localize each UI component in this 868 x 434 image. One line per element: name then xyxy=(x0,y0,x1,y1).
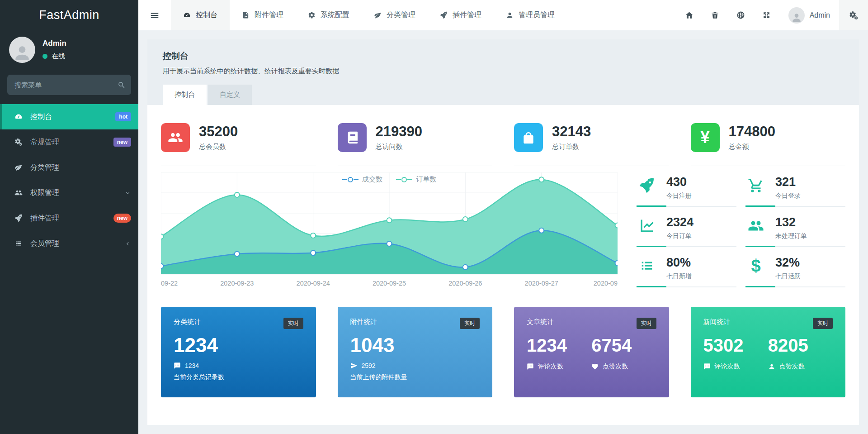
stat-value: 174800 xyxy=(729,124,775,139)
online-dot-icon xyxy=(42,54,47,59)
comment-icon xyxy=(527,363,534,370)
quick-stat-label: 七日活跃 xyxy=(775,272,801,281)
quick-stat-label: 七日新增 xyxy=(666,272,692,281)
legend-marker-icon xyxy=(342,177,359,182)
topnav-tab-dashboard[interactable]: 控制台 xyxy=(171,0,230,30)
tab-custom[interactable]: 自定义 xyxy=(208,85,252,105)
page-subtitle: 用于展示当前系统中的统计数据、统计报表及重要实时数据 xyxy=(163,67,844,76)
legend-label: 成交数 xyxy=(362,175,382,184)
card-value: 1043 xyxy=(350,334,480,356)
book-icon xyxy=(338,123,367,152)
sidebar: FastAdmin Admin 在线 控制台 hot xyxy=(0,0,138,434)
menu-search-input[interactable] xyxy=(7,75,131,95)
sidebar-item-label: 分类管理 xyxy=(30,163,59,172)
heart-icon xyxy=(591,363,599,370)
area-chart-canvas[interactable]: 09-222020-09-232020-09-242020-09-252020-… xyxy=(161,172,618,289)
divider xyxy=(745,206,845,207)
content-area: 控制台 用于展示当前系统中的统计数据、统计报表及重要实时数据 控制台 自定义 3… xyxy=(138,30,868,434)
chart-line-icon xyxy=(637,216,657,241)
language-icon xyxy=(736,11,745,19)
realtime-badge: 实时 xyxy=(460,318,480,329)
topnav-tab-category[interactable]: 分类管理 xyxy=(362,0,428,30)
quick-stat-label: 今日注册 xyxy=(666,192,692,200)
stat-total-visits: 219390 总访问数 xyxy=(338,118,493,166)
quick-stat-week-new: 80% 七日新增 xyxy=(637,253,736,293)
quick-stats: 430 今日注册 321 今日登录 xyxy=(637,172,845,293)
card-value: 8205 xyxy=(768,335,833,355)
realtime-badge: 实时 xyxy=(637,318,656,329)
comment-icon xyxy=(174,362,181,369)
home-icon xyxy=(685,11,693,19)
leaf-icon xyxy=(14,163,23,172)
sidebar-search xyxy=(7,75,131,95)
chart-legend: 成交数 订单数 xyxy=(161,175,618,184)
topnav-tab-config[interactable]: 系统配置 xyxy=(296,0,362,30)
settings-button[interactable] xyxy=(839,0,868,30)
stat-value: 35200 xyxy=(199,124,238,139)
sidebar-item-dashboard[interactable]: 控制台 hot xyxy=(0,104,138,129)
card-title: 分类统计 xyxy=(174,318,201,326)
quick-stat-pending-orders: 132 未处理订单 xyxy=(745,213,845,253)
topnav-tab-label: 分类管理 xyxy=(387,10,415,20)
shopping-bag-icon xyxy=(514,123,543,152)
page-header: 控制台 用于展示当前系统中的统计数据、统计报表及重要实时数据 控制台 自定义 xyxy=(147,39,859,105)
home-button[interactable] xyxy=(676,0,702,30)
tachometer-icon xyxy=(183,11,191,19)
quick-stat-week-active: $ 32% 七日活跃 xyxy=(745,253,845,293)
quick-stat-label: 未处理订单 xyxy=(775,232,807,240)
legend-item-deals[interactable]: 成交数 xyxy=(342,175,382,184)
sidebar-item-label: 常规管理 xyxy=(30,138,59,147)
sidebar-item-member[interactable]: 会员管理 xyxy=(0,231,138,256)
topnav-tab-label: 附件管理 xyxy=(255,10,283,20)
sidebar-item-addon[interactable]: 插件管理 new xyxy=(0,205,138,231)
search-icon[interactable] xyxy=(118,81,126,89)
quick-stat-value: 321 xyxy=(775,176,801,188)
card-meta-value: 1234 xyxy=(185,362,199,369)
divider xyxy=(745,286,845,287)
legend-item-orders[interactable]: 订单数 xyxy=(396,175,436,184)
realtime-badge: 实时 xyxy=(283,318,303,329)
trash-icon xyxy=(711,11,719,19)
clear-cache-button[interactable] xyxy=(702,0,728,30)
main-area: 控制台 附件管理 系统配置 分类管理 插件管理 xyxy=(138,0,868,434)
hot-badge: hot xyxy=(115,112,131,121)
divider xyxy=(745,246,845,247)
user-icon xyxy=(506,11,514,19)
language-button[interactable] xyxy=(728,0,754,30)
topnav-tab-label: 插件管理 xyxy=(453,10,481,20)
list-icon xyxy=(14,239,23,248)
topnav-tab-admin[interactable]: 管理员管理 xyxy=(494,0,567,30)
dollar-icon: $ xyxy=(745,257,766,281)
sidebar-item-general[interactable]: 常规管理 new xyxy=(0,129,138,155)
users-icon xyxy=(161,123,190,152)
user-status: 在线 xyxy=(42,52,66,61)
rocket-icon xyxy=(14,214,23,222)
sidebar-item-category[interactable]: 分类管理 xyxy=(0,155,138,180)
comment-icon xyxy=(703,363,711,370)
quick-stat-value: 132 xyxy=(775,216,807,229)
topnav-user-menu[interactable]: Admin xyxy=(779,0,839,30)
card-value: 1234 xyxy=(174,334,303,356)
card-title: 附件统计 xyxy=(350,318,377,326)
tab-dashboard[interactable]: 控制台 xyxy=(163,85,207,105)
quick-stat-value: 430 xyxy=(666,176,692,188)
card-title: 新闻统计 xyxy=(703,318,731,326)
divider xyxy=(637,206,736,207)
brand-logo[interactable]: FastAdmin xyxy=(0,0,138,30)
topnav-tab-attachment[interactable]: 附件管理 xyxy=(230,0,296,30)
rocket-icon xyxy=(637,176,657,200)
sidebar-item-auth[interactable]: 权限管理 xyxy=(0,180,138,205)
stat-label: 总金额 xyxy=(729,143,775,151)
summary-cards-row: 分类统计 实时 1234 1234 当前分类总记录数 xyxy=(161,307,845,397)
sidebar-item-label: 插件管理 xyxy=(30,214,59,223)
sidebar-toggle-button[interactable] xyxy=(138,0,171,30)
card-attachment-stats: 附件统计 实时 1043 2592 当前上传的附件数量 xyxy=(338,307,493,397)
topnav-tab-addon[interactable]: 插件管理 xyxy=(428,0,494,30)
avatar[interactable] xyxy=(9,37,35,63)
card-caption: 当前上传的附件数量 xyxy=(350,373,480,382)
svg-text:2020-09-27: 2020-09-27 xyxy=(525,280,558,287)
new-badge: new xyxy=(113,214,131,223)
avatar xyxy=(788,7,805,24)
rocket-icon xyxy=(440,11,448,19)
fullscreen-button[interactable] xyxy=(754,0,779,30)
